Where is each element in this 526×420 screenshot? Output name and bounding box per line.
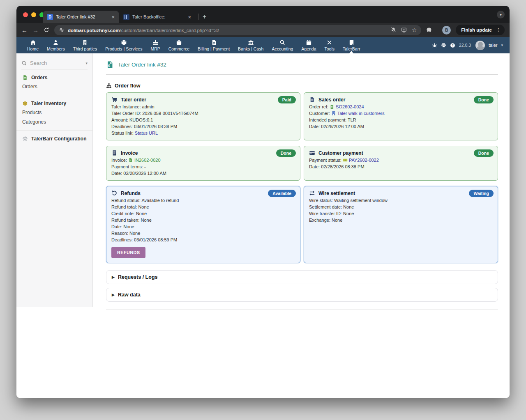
chevron-down-icon[interactable]: ▾ bbox=[501, 43, 503, 47]
backoffice-favicon bbox=[123, 14, 129, 20]
accordion-list: ▶Requests / Logs▶Raw data bbox=[106, 270, 498, 302]
browser-tab[interactable]: Taler Backoffice:× bbox=[119, 11, 196, 23]
top-menu-right: ? 22.0.3 taler ▾ bbox=[432, 41, 503, 50]
close-window-button[interactable] bbox=[23, 12, 28, 17]
notifications-blocked-icon[interactable] bbox=[390, 27, 396, 33]
user-name[interactable]: taler bbox=[489, 43, 497, 48]
status-badge: Done bbox=[276, 149, 296, 157]
page-title: $ Taler Order link #32 bbox=[106, 61, 498, 69]
card-link[interactable]: SO2602-0024 bbox=[336, 104, 364, 109]
agenda-icon bbox=[306, 39, 312, 46]
profile-avatar[interactable]: B bbox=[442, 26, 451, 34]
user-avatar[interactable] bbox=[475, 41, 485, 50]
undo-icon bbox=[111, 190, 118, 196]
tab-search-icon[interactable]: ▾ bbox=[497, 11, 505, 18]
bug-report-icon[interactable] bbox=[432, 43, 437, 48]
members-icon bbox=[53, 39, 59, 46]
tab-title: Taler Order link #32 bbox=[56, 14, 107, 19]
print-icon[interactable] bbox=[441, 43, 446, 48]
top-menu-mrp[interactable]: MRP bbox=[146, 37, 164, 53]
menu-label: Accounting bbox=[272, 46, 293, 51]
top-menu-third-parties[interactable]: Third parties bbox=[69, 37, 101, 53]
address-bar[interactable]: dolibarr.potuzhnyi.com/custom/talerbarr/… bbox=[54, 25, 421, 35]
home-icon bbox=[30, 39, 36, 46]
bookmark-star-icon[interactable]: ☆ bbox=[412, 27, 417, 33]
install-page-icon[interactable] bbox=[401, 27, 407, 33]
card-title-text: Sales order bbox=[318, 97, 345, 103]
accordion-requests-logs[interactable]: ▶Requests / Logs bbox=[106, 270, 498, 284]
card-line: Deadlines: 03/01/2026 08:38 PM bbox=[111, 124, 295, 129]
sidebar-section-title: TalerBarr Configuration bbox=[31, 136, 86, 142]
top-menu-commerce[interactable]: Commerce bbox=[164, 37, 194, 53]
title-divider bbox=[106, 74, 498, 75]
tools-icon bbox=[326, 39, 332, 46]
card-link[interactable]: PAY2602-0022 bbox=[349, 158, 379, 163]
accordion-raw-data[interactable]: ▶Raw data bbox=[106, 288, 498, 302]
order-flow-heading: Order flow bbox=[106, 83, 498, 89]
card-line: Reason: None bbox=[111, 231, 295, 236]
card-line: Exchange: None bbox=[309, 218, 493, 223]
top-menu-home[interactable]: Home bbox=[23, 37, 43, 53]
menu-label: Third parties bbox=[73, 46, 97, 51]
banks-icon bbox=[248, 39, 254, 46]
search-input[interactable] bbox=[30, 60, 83, 66]
minimize-window-button[interactable] bbox=[31, 12, 36, 17]
card-line: Taler Order ID: 2026.059-0001V54TG074M bbox=[111, 111, 295, 116]
refunds-button[interactable]: REFUNDS bbox=[111, 247, 145, 258]
card-line: Settlement date: None bbox=[309, 204, 493, 209]
sidebar-item-products[interactable]: Products bbox=[16, 108, 92, 117]
status-badge: Done bbox=[474, 96, 494, 103]
exchange-icon bbox=[309, 190, 315, 196]
sidebar-section-header[interactable]: Orders bbox=[16, 73, 92, 82]
card-link[interactable]: IN2602-0020 bbox=[134, 158, 161, 163]
caret-right-icon: ▶ bbox=[112, 293, 115, 297]
sidebar-item-categories[interactable]: Categories bbox=[16, 117, 92, 127]
sidebar-section: Taler InventoryProductsCategories bbox=[16, 95, 92, 131]
commerce-icon bbox=[176, 39, 182, 46]
sidebar-section-header[interactable]: Taler Inventory bbox=[16, 99, 92, 108]
sidebar-section-header[interactable]: TalerBarr Configuration bbox=[16, 134, 92, 143]
close-tab-icon[interactable]: × bbox=[187, 14, 192, 20]
card-title: Invoice bbox=[111, 150, 295, 156]
doc-green-icon bbox=[330, 104, 335, 109]
site-info-icon[interactable] bbox=[59, 27, 65, 33]
dolibarr-favicon: D bbox=[47, 14, 53, 20]
top-menu-products-services[interactable]: Products | Services bbox=[101, 37, 146, 53]
inventory-box-icon bbox=[22, 101, 28, 106]
help-icon[interactable]: ? bbox=[450, 43, 455, 48]
credit-card-icon bbox=[309, 150, 315, 156]
file-icon bbox=[309, 96, 315, 103]
card-line: Order ref: SO2602-0024 bbox=[309, 104, 493, 109]
card-line: Refund status: Available to refund bbox=[111, 198, 295, 203]
card-link[interactable]: Status URL bbox=[135, 131, 158, 135]
extensions-puzzle-icon[interactable] bbox=[426, 27, 432, 33]
toolbar-divider bbox=[437, 27, 437, 33]
sidebar-item-orders[interactable]: Orders bbox=[16, 82, 92, 92]
new-tab-button[interactable]: + bbox=[203, 13, 206, 21]
card-title-text: Taler order bbox=[121, 97, 146, 103]
close-tab-icon[interactable]: × bbox=[110, 14, 116, 20]
top-menu-accounting[interactable]: Accounting bbox=[268, 37, 297, 53]
finish-update-button[interactable]: Finish update ⋮ bbox=[456, 25, 505, 35]
tab-strip: DTaler Order link #32×Taler Backoffice:×… bbox=[43, 6, 206, 23]
browser-menu-icon[interactable]: ⋮ bbox=[495, 27, 502, 33]
reload-icon[interactable] bbox=[44, 27, 49, 33]
status-badge: Paid bbox=[278, 96, 296, 103]
back-icon[interactable]: ← bbox=[21, 27, 28, 33]
card-link[interactable]: Taler walk-in customers bbox=[337, 111, 385, 116]
forward-icon[interactable]: → bbox=[32, 27, 39, 33]
card-line: Date: 02/28/2026 12:00 AM bbox=[309, 124, 493, 129]
browser-titlebar: DTaler Order link #32×Taler Backoffice:×… bbox=[16, 6, 510, 23]
top-menu-banks-cash[interactable]: Banks | Cash bbox=[234, 37, 268, 53]
top-menu-tools[interactable]: Tools bbox=[321, 37, 339, 53]
browser-tab[interactable]: DTaler Order link #32× bbox=[43, 11, 119, 23]
order-flow-cards: Taler orderPaidTaler Instance: adminTale… bbox=[106, 92, 498, 263]
menu-label: TalerBarr bbox=[343, 46, 360, 51]
sidebar-search: ▾ bbox=[21, 60, 88, 69]
menu-label: Products | Services bbox=[105, 46, 142, 51]
top-menu-billing-payment[interactable]: Billing | Payment bbox=[194, 37, 234, 53]
top-menu-talerbarr[interactable]: TalerBarr bbox=[339, 37, 365, 53]
top-menu-members[interactable]: Members bbox=[43, 37, 69, 53]
search-dropdown-icon[interactable]: ▾ bbox=[85, 61, 88, 65]
top-menu-agenda[interactable]: Agenda bbox=[297, 37, 320, 53]
